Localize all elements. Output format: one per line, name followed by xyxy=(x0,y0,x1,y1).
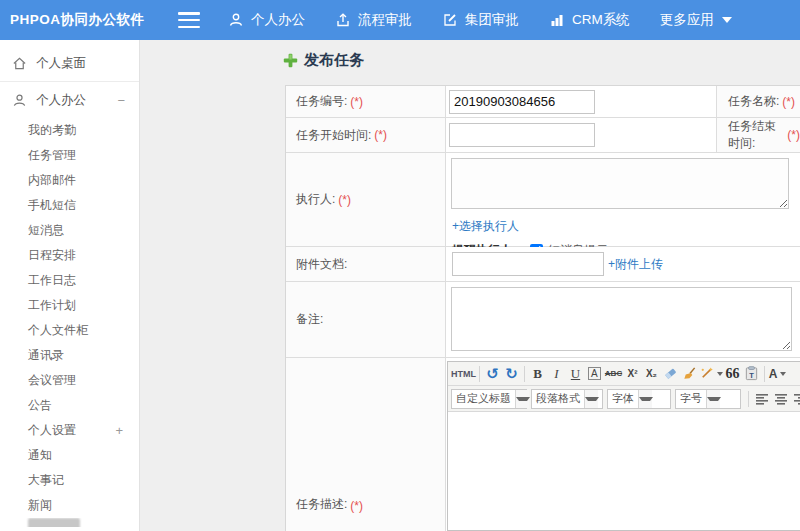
font-size-dropdown[interactable]: 字号 xyxy=(675,389,741,409)
sidebar-item-meeting-management[interactable]: 会议管理 xyxy=(0,368,139,393)
choose-executor-link[interactable]: +选择执行人 xyxy=(452,218,800,235)
align-center-icon xyxy=(774,392,788,406)
sidebar-item-contacts[interactable]: 通讯录 xyxy=(0,343,139,368)
sidebar-item-label: 个人桌面 xyxy=(36,55,86,72)
eraser-button[interactable] xyxy=(661,364,680,383)
description-label: 任务描述:(*) xyxy=(286,358,446,531)
nav-label: 流程审批 xyxy=(358,11,412,29)
caret-down-icon xyxy=(584,390,598,408)
sidebar-divider xyxy=(0,81,139,82)
sidebar-item-clipped[interactable] xyxy=(0,518,139,527)
sidebar: 个人桌面 个人办公 − 我的考勤 任务管理 内部邮件 手机短信 短消息 日程安排… xyxy=(0,40,140,531)
nav-personal-office[interactable]: 个人办公 xyxy=(228,11,305,29)
undo-button[interactable]: ↺ xyxy=(483,364,502,383)
nav-group-approval[interactable]: 集团审批 xyxy=(442,11,519,29)
sidebar-item-news[interactable]: 新闻 xyxy=(0,493,139,518)
custom-title-dropdown[interactable]: 自定义标题 xyxy=(451,389,527,409)
publish-task-form: 任务编号:(*) 任务名称:(*) 任务开始时间:(*) 任务结束时间:(*) xyxy=(285,85,800,531)
nav-more-apps[interactable]: 更多应用 xyxy=(660,11,732,29)
page-title: 发布任务 xyxy=(283,51,364,70)
font-color-button[interactable]: A xyxy=(768,364,787,383)
nav-label: 个人办公 xyxy=(251,11,305,29)
underline-button[interactable]: U xyxy=(566,364,585,383)
font-background-button[interactable]: A xyxy=(588,367,601,380)
start-time-field-cell xyxy=(446,118,717,152)
sidebar-item-attendance[interactable]: 我的考勤 xyxy=(0,118,139,143)
executor-textarea[interactable] xyxy=(451,158,789,209)
strikethrough-button[interactable]: ABC xyxy=(604,364,623,383)
blockquote-button[interactable]: 66 xyxy=(723,364,742,383)
subscript-button[interactable]: X₂ xyxy=(642,364,661,383)
sidebar-item-work-plan[interactable]: 工作计划 xyxy=(0,293,139,318)
collapse-minus-icon[interactable]: − xyxy=(117,93,129,108)
bold-button[interactable]: B xyxy=(528,364,547,383)
remark-field-cell xyxy=(446,282,800,357)
task-name-label: 任务名称:(*) xyxy=(717,86,800,117)
executor-field-cell: +选择执行人 提醒执行人: 短消息提示 xyxy=(446,153,800,246)
start-time-input[interactable] xyxy=(449,123,595,147)
paragraph-format-dropdown[interactable]: 段落格式 xyxy=(531,389,603,409)
edit-square-icon xyxy=(442,12,458,28)
remark-textarea[interactable] xyxy=(451,287,792,351)
sidebar-item-internal-mail[interactable]: 内部邮件 xyxy=(0,168,139,193)
nav-crm-system[interactable]: CRM系统 xyxy=(549,11,630,29)
sidebar-item-file-cabinet[interactable]: 个人文件柜 xyxy=(0,318,139,343)
sidebar-item-short-message[interactable]: 短消息 xyxy=(0,218,139,243)
font-family-dropdown[interactable]: 字体 xyxy=(607,389,671,409)
form-row-start-time: 任务开始时间:(*) 任务结束时间:(*) xyxy=(286,118,800,153)
required-mark: (*) xyxy=(787,128,800,142)
sidebar-submenu: 我的考勤 任务管理 内部邮件 手机短信 短消息 日程安排 工作日志 工作计划 个… xyxy=(0,118,139,527)
align-right-button[interactable] xyxy=(790,389,800,408)
sidebar-item-notice[interactable]: 通知 xyxy=(0,443,139,468)
broom-icon xyxy=(682,366,697,381)
autoformat-button[interactable] xyxy=(699,364,723,383)
task-number-input[interactable] xyxy=(449,90,595,114)
form-row-description: 任务描述:(*) HTML ↺ ↻ B I U A ABC X xyxy=(286,358,800,531)
top-header: PHPOA协同办公软件 个人办公 流程审批 集团审批 CRM系统 更多应用 xyxy=(0,0,800,40)
align-right-icon xyxy=(793,392,800,406)
form-row-remark: 备注: xyxy=(286,282,800,358)
expand-plus-icon[interactable]: + xyxy=(115,418,127,443)
editor-content-area[interactable] xyxy=(448,412,800,530)
hamburger-menu-icon[interactable] xyxy=(178,12,200,28)
sidebar-item-memorabilia[interactable]: 大事记 xyxy=(0,468,139,493)
svg-text:T: T xyxy=(749,371,754,380)
caret-down-icon xyxy=(780,372,786,376)
nav-label: 集团审批 xyxy=(465,11,519,29)
redo-button[interactable]: ↻ xyxy=(502,364,521,383)
format-brush-button[interactable] xyxy=(680,364,699,383)
task-number-field-cell xyxy=(446,86,717,117)
caret-down-icon xyxy=(722,17,732,23)
sidebar-item-task-management[interactable]: 任务管理 xyxy=(0,143,139,168)
align-left-button[interactable] xyxy=(752,389,771,408)
task-number-label: 任务编号:(*) xyxy=(286,86,446,117)
required-mark: (*) xyxy=(350,499,363,513)
home-icon xyxy=(12,56,27,71)
attachment-input[interactable] xyxy=(452,252,604,276)
app-logo: PHPOA协同办公软件 xyxy=(0,11,178,29)
editor-toolbar-row1: HTML ↺ ↻ B I U A ABC X² X₂ xyxy=(448,362,800,386)
sidebar-item-personal-settings[interactable]: 个人设置+ xyxy=(0,418,139,443)
sidebar-item-mobile-sms[interactable]: 手机短信 xyxy=(0,193,139,218)
italic-button[interactable]: I xyxy=(547,364,566,383)
html-source-button[interactable]: HTML xyxy=(451,364,476,383)
paste-text-button[interactable]: T xyxy=(742,364,761,383)
editor-toolbar-row2: 自定义标题 段落格式 字体 字号 xyxy=(448,386,800,412)
sidebar-item-desktop[interactable]: 个人桌面 xyxy=(0,48,139,73)
sidebar-item-schedule[interactable]: 日程安排 xyxy=(0,243,139,268)
end-time-label: 任务结束时间:(*) xyxy=(717,118,800,152)
superscript-button[interactable]: X² xyxy=(623,364,642,383)
required-mark: (*) xyxy=(350,95,363,109)
sidebar-section-label: 个人办公 xyxy=(36,92,86,109)
nav-workflow-approval[interactable]: 流程审批 xyxy=(335,11,412,29)
align-left-icon xyxy=(755,392,769,406)
nav-label: CRM系统 xyxy=(572,11,630,29)
page-title-text: 发布任务 xyxy=(304,51,364,70)
sidebar-section-personal-office[interactable]: 个人办公 − xyxy=(0,88,139,112)
attachment-upload-link[interactable]: +附件上传 xyxy=(608,256,663,273)
sidebar-item-announcement[interactable]: 公告 xyxy=(0,393,139,418)
executor-label: 执行人:(*) xyxy=(286,153,446,246)
attachment-field-cell: +附件上传 xyxy=(446,247,800,281)
align-center-button[interactable] xyxy=(771,389,790,408)
sidebar-item-work-log[interactable]: 工作日志 xyxy=(0,268,139,293)
